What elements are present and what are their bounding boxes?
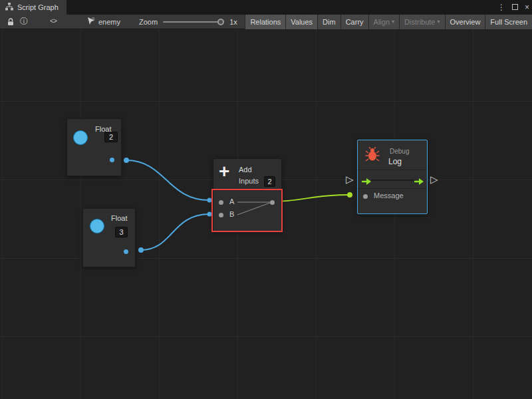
zoom-value: 1x [229, 18, 237, 26]
flow-relation-line [371, 180, 415, 181]
wire-endpoint[interactable] [207, 198, 212, 203]
fullscreen-button[interactable]: Full Screen [485, 15, 532, 29]
float-output-port[interactable] [124, 249, 128, 254]
float-output-port[interactable] [110, 158, 114, 162]
overview-button[interactable]: Overview [445, 15, 485, 29]
wire-endpoint[interactable] [138, 247, 144, 253]
info-icon[interactable]: ⓘ [17, 15, 31, 29]
node-add[interactable]: + Add Inputs 2 A B [213, 158, 282, 231]
flow-output-port[interactable] [414, 176, 424, 188]
relation-lines [213, 159, 283, 232]
node-debug-log[interactable]: Debug Log Message [357, 140, 428, 214]
wire-float3-to-b[interactable] [141, 214, 209, 250]
node-float-2[interactable]: Float 2 [66, 118, 122, 176]
flow-connector-triangle[interactable]: ▷ [430, 174, 438, 184]
chevron-down-icon: ▾ [438, 19, 440, 25]
align-button[interactable]: Align▾ [368, 15, 399, 29]
flow-input-port[interactable] [361, 176, 372, 188]
window-tab-bar: Script Graph ⋮ × [0, 0, 532, 15]
chevron-down-icon: ▾ [392, 19, 394, 25]
message-port-label: Message [374, 192, 404, 200]
lock-icon[interactable] [4, 15, 17, 29]
pointer-icon [86, 17, 95, 27]
graph-canvas[interactable]: Float 2 Float 3 + Add Inputs 2 A B [0, 29, 532, 399]
code-icon[interactable]: <> [47, 15, 60, 29]
message-input-port[interactable] [363, 194, 368, 199]
float-value-field[interactable]: 2 [104, 132, 118, 142]
tab-title: Script Graph [17, 3, 59, 11]
node-category: Debug [390, 148, 409, 155]
node-title: Float [111, 214, 127, 222]
distribute-button[interactable]: Distribute▾ [399, 15, 444, 29]
zoom-label: Zoom [139, 18, 158, 26]
graph-tab-icon [5, 3, 13, 12]
bug-icon [365, 147, 380, 164]
window-controls: ⋮ × [497, 0, 529, 15]
values-button[interactable]: Values [285, 15, 317, 29]
wire-endpoint[interactable] [124, 158, 129, 163]
node-divider [358, 188, 427, 189]
carry-button[interactable]: Carry [340, 15, 368, 29]
node-divider [358, 170, 427, 170]
graph-toolbar: ⓘ <> enemy Zoom 1x Relations Values Dim … [0, 15, 532, 29]
float-value-field[interactable]: 3 [115, 227, 128, 237]
flow-connector-triangle[interactable]: ▷ [346, 174, 354, 184]
maximize-icon[interactable] [512, 3, 518, 12]
zoom-slider[interactable] [163, 21, 224, 23]
wire-float2-to-a[interactable] [126, 160, 209, 200]
node-float-3[interactable]: Float 3 [82, 208, 136, 267]
graph-breadcrumb[interactable]: enemy [86, 17, 120, 27]
wire-endpoint[interactable] [347, 192, 352, 198]
graph-name-label: enemy [98, 18, 120, 26]
kebab-menu-icon[interactable]: ⋮ [497, 3, 505, 12]
float-type-icon [90, 219, 104, 233]
wire-endpoint[interactable] [207, 212, 212, 217]
relations-button[interactable]: Relations [245, 15, 285, 29]
toolbar-buttons: Relations Values Dim Carry Align▾ Distri… [245, 15, 532, 29]
tab-script-graph[interactable]: Script Graph [0, 0, 66, 15]
float-type-icon [73, 130, 88, 145]
zoom-slider-handle[interactable] [217, 19, 224, 25]
node-title: Log [388, 157, 402, 166]
wire-add-to-debug[interactable] [273, 195, 348, 201]
dim-button[interactable]: Dim [317, 15, 340, 29]
close-icon[interactable]: × [525, 3, 529, 12]
zoom-control: Zoom 1x [139, 18, 237, 26]
